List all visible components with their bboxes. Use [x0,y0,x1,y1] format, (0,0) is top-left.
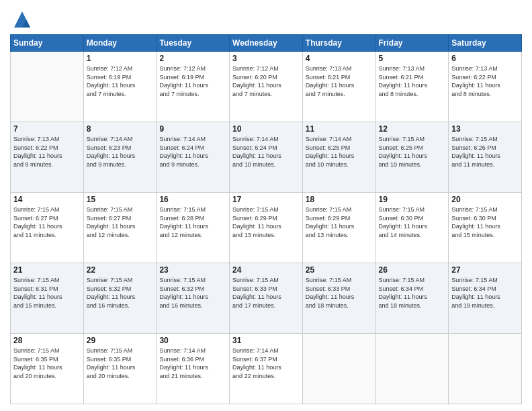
day-info: Sunrise: 7:15 AM Sunset: 6:35 PM Dayligh… [87,347,154,380]
day-number: 16 [159,195,226,204]
day-info: Sunrise: 7:14 AM Sunset: 6:25 PM Dayligh… [306,135,373,169]
day-info: Sunrise: 7:12 AM Sunset: 6:19 PM Dayligh… [159,64,226,98]
day-number: 20 [451,195,519,204]
calendar-week-row-3: 14Sunrise: 7:15 AM Sunset: 6:27 PM Dayli… [11,193,522,263]
day-number: 21 [13,265,81,275]
day-number: 26 [379,265,446,275]
day-number: 29 [87,336,154,345]
weekday-header-friday: Friday [375,35,449,52]
calendar-cell [302,334,375,404]
calendar-table: SundayMondayTuesdayWednesdayThursdayFrid… [10,34,522,404]
day-info: Sunrise: 7:13 AM Sunset: 6:22 PM Dayligh… [451,64,519,98]
calendar-header: SundayMondayTuesdayWednesdayThursdayFrid… [11,35,522,52]
calendar-cell: 2Sunrise: 7:12 AM Sunset: 6:19 PM Daylig… [157,52,230,122]
day-number: 8 [87,124,154,134]
calendar-cell: 12Sunrise: 7:15 AM Sunset: 6:25 PM Dayli… [375,122,449,193]
calendar-cell: 26Sunrise: 7:15 AM Sunset: 6:34 PM Dayli… [375,263,449,334]
day-info: Sunrise: 7:15 AM Sunset: 6:26 PM Dayligh… [451,135,519,169]
day-number: 7 [13,124,81,134]
page: SundayMondayTuesdayWednesdayThursdayFrid… [0,0,532,411]
day-info: Sunrise: 7:13 AM Sunset: 6:21 PM Dayligh… [379,64,446,98]
day-info: Sunrise: 7:15 AM Sunset: 6:29 PM Dayligh… [306,205,373,239]
day-number: 22 [87,265,154,275]
weekday-header-saturday: Saturday [449,35,522,52]
calendar-cell: 15Sunrise: 7:15 AM Sunset: 6:27 PM Dayli… [83,193,157,263]
calendar-week-row-1: 1Sunrise: 7:12 AM Sunset: 6:19 PM Daylig… [11,52,522,122]
calendar-cell: 20Sunrise: 7:15 AM Sunset: 6:30 PM Dayli… [449,193,522,263]
calendar-cell: 5Sunrise: 7:13 AM Sunset: 6:21 PM Daylig… [375,52,449,122]
calendar-cell: 28Sunrise: 7:15 AM Sunset: 6:35 PM Dayli… [11,334,84,404]
day-info: Sunrise: 7:15 AM Sunset: 6:29 PM Dayligh… [232,205,300,239]
day-info: Sunrise: 7:15 AM Sunset: 6:28 PM Dayligh… [159,205,226,239]
logo [10,10,32,29]
day-number: 10 [232,124,300,134]
logo-icon [13,10,32,29]
day-number: 18 [306,195,373,204]
day-number: 3 [232,54,300,63]
calendar-cell: 30Sunrise: 7:14 AM Sunset: 6:36 PM Dayli… [157,334,230,404]
day-info: Sunrise: 7:15 AM Sunset: 6:32 PM Dayligh… [87,276,154,310]
day-number: 19 [379,195,446,204]
day-info: Sunrise: 7:13 AM Sunset: 6:22 PM Dayligh… [13,135,81,169]
day-number: 31 [232,336,300,345]
day-info: Sunrise: 7:14 AM Sunset: 6:24 PM Dayligh… [232,135,300,169]
calendar-cell: 6Sunrise: 7:13 AM Sunset: 6:22 PM Daylig… [449,52,522,122]
calendar-cell: 7Sunrise: 7:13 AM Sunset: 6:22 PM Daylig… [11,122,84,193]
day-number: 12 [379,124,446,134]
day-info: Sunrise: 7:15 AM Sunset: 6:25 PM Dayligh… [379,135,446,169]
calendar-cell: 25Sunrise: 7:15 AM Sunset: 6:33 PM Dayli… [302,263,375,334]
calendar-cell: 13Sunrise: 7:15 AM Sunset: 6:26 PM Dayli… [449,122,522,193]
calendar-cell: 4Sunrise: 7:13 AM Sunset: 6:21 PM Daylig… [302,52,375,122]
calendar-cell: 10Sunrise: 7:14 AM Sunset: 6:24 PM Dayli… [230,122,303,193]
calendar-cell: 21Sunrise: 7:15 AM Sunset: 6:31 PM Dayli… [11,263,84,334]
calendar-week-row-2: 7Sunrise: 7:13 AM Sunset: 6:22 PM Daylig… [11,122,522,193]
day-info: Sunrise: 7:12 AM Sunset: 6:20 PM Dayligh… [232,64,300,98]
calendar-cell: 31Sunrise: 7:14 AM Sunset: 6:37 PM Dayli… [230,334,303,404]
calendar-cell [375,334,449,404]
calendar-cell: 22Sunrise: 7:15 AM Sunset: 6:32 PM Dayli… [83,263,157,334]
day-number: 9 [159,124,226,134]
day-number: 11 [306,124,373,134]
calendar-cell: 17Sunrise: 7:15 AM Sunset: 6:29 PM Dayli… [230,193,303,263]
day-info: Sunrise: 7:14 AM Sunset: 6:24 PM Dayligh… [159,135,226,169]
day-info: Sunrise: 7:15 AM Sunset: 6:30 PM Dayligh… [451,205,519,239]
day-info: Sunrise: 7:14 AM Sunset: 6:36 PM Dayligh… [159,347,226,380]
weekday-header-monday: Monday [83,35,157,52]
calendar-cell [11,52,84,122]
day-number: 4 [306,54,373,63]
day-info: Sunrise: 7:15 AM Sunset: 6:32 PM Dayligh… [159,276,226,310]
day-info: Sunrise: 7:15 AM Sunset: 6:27 PM Dayligh… [13,205,81,239]
day-number: 1 [87,54,154,63]
calendar-cell: 14Sunrise: 7:15 AM Sunset: 6:27 PM Dayli… [11,193,84,263]
calendar-cell: 8Sunrise: 7:14 AM Sunset: 6:23 PM Daylig… [83,122,157,193]
calendar-cell: 9Sunrise: 7:14 AM Sunset: 6:24 PM Daylig… [157,122,230,193]
day-number: 5 [379,54,446,63]
calendar-cell: 23Sunrise: 7:15 AM Sunset: 6:32 PM Dayli… [157,263,230,334]
day-info: Sunrise: 7:14 AM Sunset: 6:23 PM Dayligh… [87,135,154,169]
calendar-week-row-4: 21Sunrise: 7:15 AM Sunset: 6:31 PM Dayli… [11,263,522,334]
day-number: 27 [451,265,519,275]
day-number: 6 [451,54,519,63]
day-number: 28 [13,336,81,345]
day-number: 17 [232,195,300,204]
day-info: Sunrise: 7:15 AM Sunset: 6:34 PM Dayligh… [451,276,519,310]
calendar-week-row-5: 28Sunrise: 7:15 AM Sunset: 6:35 PM Dayli… [11,334,522,404]
calendar-cell: 18Sunrise: 7:15 AM Sunset: 6:29 PM Dayli… [302,193,375,263]
day-number: 30 [159,336,226,345]
day-number: 2 [159,54,226,63]
weekday-header-thursday: Thursday [302,35,375,52]
calendar-cell: 27Sunrise: 7:15 AM Sunset: 6:34 PM Dayli… [449,263,522,334]
calendar-cell: 19Sunrise: 7:15 AM Sunset: 6:30 PM Dayli… [375,193,449,263]
calendar-cell: 16Sunrise: 7:15 AM Sunset: 6:28 PM Dayli… [157,193,230,263]
day-info: Sunrise: 7:15 AM Sunset: 6:34 PM Dayligh… [379,276,446,310]
day-info: Sunrise: 7:15 AM Sunset: 6:33 PM Dayligh… [232,276,300,310]
weekday-header-tuesday: Tuesday [157,35,230,52]
weekday-header-wednesday: Wednesday [230,35,303,52]
day-info: Sunrise: 7:12 AM Sunset: 6:19 PM Dayligh… [87,64,154,98]
calendar-body: 1Sunrise: 7:12 AM Sunset: 6:19 PM Daylig… [11,52,522,404]
calendar-cell: 3Sunrise: 7:12 AM Sunset: 6:20 PM Daylig… [230,52,303,122]
day-info: Sunrise: 7:15 AM Sunset: 6:35 PM Dayligh… [13,347,81,380]
day-info: Sunrise: 7:14 AM Sunset: 6:37 PM Dayligh… [232,347,300,380]
day-number: 24 [232,265,300,275]
weekday-header-row: SundayMondayTuesdayWednesdayThursdayFrid… [11,35,522,52]
